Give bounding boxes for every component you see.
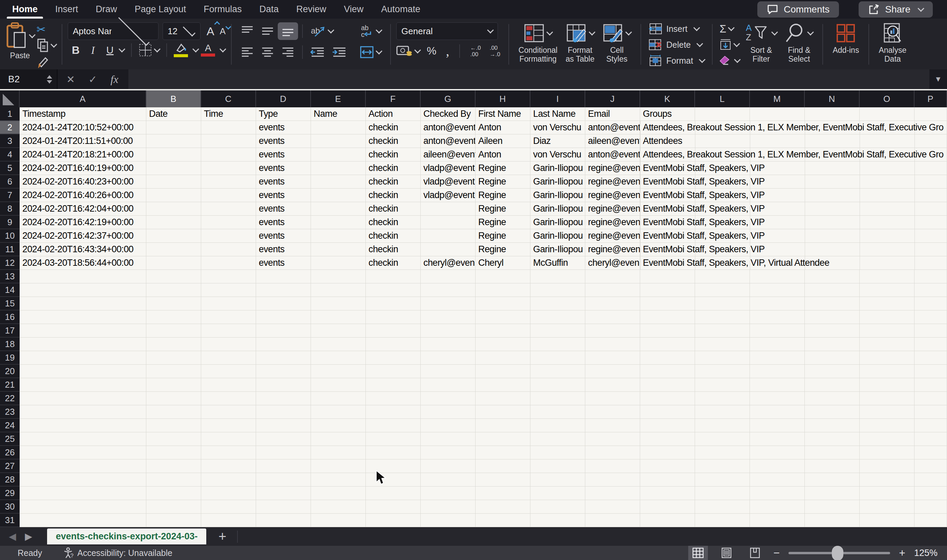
cell-H30[interactable]: [476, 500, 530, 514]
cell-K4[interactable]: Attendees, Breakout Session 1, ELX Membe…: [640, 148, 947, 162]
cell-H20[interactable]: [476, 365, 530, 378]
cell-D8[interactable]: events: [256, 202, 311, 216]
cell-B28[interactable]: [146, 473, 201, 486]
sort-filter-button[interactable]: AZ Sort & Filter: [745, 22, 777, 63]
row-header-26[interactable]: 26: [0, 446, 20, 460]
row-header-13[interactable]: 13: [0, 270, 20, 283]
delete-cells-button[interactable]: Delete: [648, 38, 704, 51]
cell-N15[interactable]: [805, 297, 859, 311]
row-header-16[interactable]: 16: [0, 311, 20, 324]
cell-K9[interactable]: EventMobi Staff, Speakers, VIP: [640, 216, 947, 229]
cell-G19[interactable]: [421, 351, 476, 365]
column-header-H[interactable]: H: [476, 91, 530, 107]
cell-H9[interactable]: Regine: [476, 216, 530, 229]
cell-K30[interactable]: [640, 500, 695, 514]
cell-E12[interactable]: [311, 256, 366, 270]
cell-E18[interactable]: [311, 338, 366, 351]
cell-J5[interactable]: regine@even: [585, 162, 640, 175]
row-header-3[interactable]: 3: [0, 134, 20, 148]
cell-O27[interactable]: [859, 460, 915, 473]
align-center-button[interactable]: [257, 43, 278, 61]
cell-I7[interactable]: Garin-Iliopou: [530, 189, 585, 202]
cell-C30[interactable]: [201, 500, 256, 514]
cell-F17[interactable]: [366, 324, 421, 338]
cell-K31[interactable]: [640, 514, 695, 527]
cell-F14[interactable]: [366, 283, 421, 297]
cell-I9[interactable]: Garin-Iliopou: [530, 216, 585, 229]
cell-F31[interactable]: [366, 514, 421, 527]
format-painter-button[interactable]: [37, 54, 56, 69]
cell-F4[interactable]: checkin: [366, 148, 421, 162]
cell-M25[interactable]: [750, 432, 805, 446]
cell-C11[interactable]: [201, 243, 256, 256]
cell-B15[interactable]: [146, 297, 201, 311]
cell-I8[interactable]: Garin-Iliopou: [530, 202, 585, 216]
format-as-table-button[interactable]: Format as Table: [566, 22, 594, 63]
cell-C18[interactable]: [201, 338, 256, 351]
cell-L22[interactable]: [695, 392, 750, 405]
cell-I12[interactable]: McGuffin: [530, 256, 585, 270]
cell-F6[interactable]: checkin: [366, 175, 421, 189]
cell-E1[interactable]: Name: [311, 107, 366, 121]
cell-G31[interactable]: [421, 514, 476, 527]
cell-M19[interactable]: [750, 351, 805, 365]
align-left-button[interactable]: [237, 43, 257, 61]
cell-K17[interactable]: [640, 324, 695, 338]
cell-C26[interactable]: [201, 446, 256, 460]
cell-C6[interactable]: [201, 175, 256, 189]
cell-J22[interactable]: [585, 392, 640, 405]
cell-J27[interactable]: [585, 460, 640, 473]
cell-O28[interactable]: [859, 473, 915, 486]
cell-H21[interactable]: [476, 378, 530, 392]
cell-D13[interactable]: [256, 270, 311, 283]
cell-E17[interactable]: [311, 324, 366, 338]
cell-G27[interactable]: [421, 460, 476, 473]
cell-B12[interactable]: [146, 256, 201, 270]
cell-D4[interactable]: events: [256, 148, 311, 162]
row-header-8[interactable]: 8: [0, 202, 20, 216]
cell-G14[interactable]: [421, 283, 476, 297]
row-header-18[interactable]: 18: [0, 338, 20, 351]
cell-G11[interactable]: [421, 243, 476, 256]
column-header-K[interactable]: K: [640, 91, 695, 107]
cell-J19[interactable]: [585, 351, 640, 365]
cell-D29[interactable]: [256, 486, 311, 500]
zoom-out-button[interactable]: −: [774, 547, 780, 559]
cell-F19[interactable]: [366, 351, 421, 365]
cell-J7[interactable]: regine@even: [585, 189, 640, 202]
cell-P17[interactable]: [915, 324, 947, 338]
cell-P27[interactable]: [915, 460, 947, 473]
cell-L15[interactable]: [695, 297, 750, 311]
cell-A4[interactable]: 2024-01-24T20:18:21+00:00: [20, 148, 146, 162]
column-header-L[interactable]: L: [695, 91, 750, 107]
cell-O29[interactable]: [859, 486, 915, 500]
cell-D26[interactable]: [256, 446, 311, 460]
cell-G2[interactable]: anton@event: [421, 121, 476, 134]
cell-P21[interactable]: [915, 378, 947, 392]
cell-G8[interactable]: [421, 202, 476, 216]
paste-button[interactable]: Paste: [5, 22, 35, 60]
cell-G23[interactable]: [421, 405, 476, 419]
increase-indent-button[interactable]: [328, 43, 350, 61]
cell-K2[interactable]: Attendees, Breakout Session 1, ELX Membe…: [640, 121, 947, 134]
cell-G28[interactable]: [421, 473, 476, 486]
cell-M22[interactable]: [750, 392, 805, 405]
cell-J1[interactable]: Email: [585, 107, 640, 121]
column-header-G[interactable]: G: [421, 91, 476, 107]
cell-G26[interactable]: [421, 446, 476, 460]
cell-M13[interactable]: [750, 270, 805, 283]
cell-I17[interactable]: [530, 324, 585, 338]
cell-O24[interactable]: [859, 419, 915, 432]
cell-H7[interactable]: Regine: [476, 189, 530, 202]
cell-K12[interactable]: EventMobi Staff, Speakers, VIP, Virtual …: [640, 256, 947, 270]
cell-B3[interactable]: [146, 134, 201, 148]
row-header-20[interactable]: 20: [0, 365, 20, 378]
column-header-A[interactable]: A: [20, 91, 146, 107]
cell-I28[interactable]: [530, 473, 585, 486]
cell-N25[interactable]: [805, 432, 859, 446]
formula-bar-expand-button[interactable]: ▼: [929, 75, 947, 84]
cell-L30[interactable]: [695, 500, 750, 514]
cell-F11[interactable]: checkin: [366, 243, 421, 256]
cell-E20[interactable]: [311, 365, 366, 378]
cell-L19[interactable]: [695, 351, 750, 365]
